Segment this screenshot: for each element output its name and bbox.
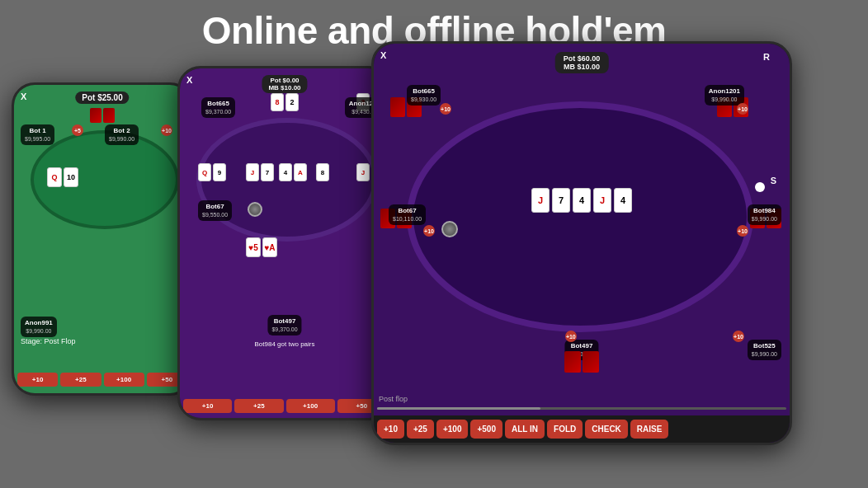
badge-bot497-right: +10 [565,331,577,342]
badge-bot984-right: +10 [737,225,748,237]
btn-500-right[interactable]: +500 [470,420,502,439]
close-button-left[interactable]: X [21,92,26,101]
player-anon991: Anon991 $9,990.00 [21,317,57,337]
player-bot1: Bot 1 $9,995.00 [21,124,54,145]
pot-label-right: Pot $60.00 MB $10.00 [555,52,609,73]
left-screen: X Pot $25.00 Bot 1 $9,995.00 +5 Bot 2 $9… [14,85,191,393]
top-cards-left [90,108,115,123]
progress-bar-right [377,407,786,410]
mid-message: Bot984 got two pairs [183,340,386,348]
badge-bot2: +10 [161,124,172,136]
player-anon1201-right: Anon1201 $9,990.00 [705,85,744,106]
bot497-cards: ♥5 ♥A [246,237,277,257]
btn-100-right[interactable]: +100 [436,420,469,439]
r-label: R [763,52,770,62]
stage-label: Stage: Post Flop [21,337,76,345]
pot-label-left: Pot $25.00 [75,92,129,104]
player-bot67-right: Bot67 $10,110.00 [389,204,426,225]
mid-cards-row3: 4 A [279,163,307,181]
bottom-cards [564,351,599,373]
s-label: S [771,176,776,185]
btn-allin-right[interactable]: ALL IN [505,420,545,439]
chip-bot67-right [441,221,458,237]
close-button-mid[interactable]: X [186,75,192,85]
btn-fold-right[interactable]: FOLD [547,420,583,439]
btn-10-left[interactable]: +10 [17,373,58,387]
btn-10-right[interactable]: +10 [377,420,404,439]
player-bot665-mid: Bot665 $9,370.00 [201,97,235,118]
community-card-2: 10 [64,167,78,187]
action-bar-right: +10 +25 +100 +500 ALL IN FOLD CHECK RAIS… [374,415,790,443]
community-card-1: Q [47,167,62,187]
left-phone: X Pot $25.00 Bot 1 $9,995.00 +5 Bot 2 $9… [12,82,193,396]
chip-bot67 [248,202,262,217]
btn-10-mid[interactable]: +10 [183,399,232,413]
btn-25-right[interactable]: +25 [407,420,434,439]
btn-25-mid[interactable]: +25 [234,399,283,413]
action-buttons-mid: +10 +25 +100 +50 [183,399,386,413]
player-bot2: Bot 2 $9,990.00 [105,124,139,145]
badge-bot1: +5 [72,124,83,136]
dealer-button [755,182,765,192]
close-button-right[interactable]: X [380,50,386,60]
pot-label-mid: Pot $0.00 MB $10.00 [262,75,307,93]
community-cards-right: J 7 4 J 4 [531,188,632,213]
badge-bot665-right: +10 [440,103,451,115]
table-right [407,101,753,332]
player-bot67-mid: Bot67 $9,550.00 [198,200,232,221]
btn-check-right[interactable]: CHECK [585,420,628,439]
mid-phone: X Pot $0.00 MB $10.00 8 2 3 6 Bot665 $9,… [177,66,392,420]
btn-100-left[interactable]: +100 [104,373,144,387]
card-back-1 [90,108,101,123]
mid-cards-row: Q 9 [198,163,226,181]
post-flop-label: Post flop [379,395,408,403]
btn-100-mid[interactable]: +100 [286,399,335,413]
player-bot525-right: Bot525 $9,990.00 [748,340,781,360]
progress-bar-fill [377,407,540,410]
btn-25-left[interactable]: +25 [60,373,101,387]
mid-cards-row4: 8 [316,163,329,181]
btn-raise-right[interactable]: RAISE [630,420,669,439]
right-phone: X R S Pot $60.00 MB $10.00 J 7 4 J 4 [371,41,792,445]
card-back-2 [103,108,115,123]
player-bot984-right: Bot984 $9,990.00 [748,204,781,225]
badge-anon1201-right: +10 [737,103,748,115]
mid-cards-row2: J 7 [246,163,274,181]
player-bot665-right: Bot665 $9,930.00 [407,85,441,106]
right-screen: X R S Pot $60.00 MB $10.00 J 7 4 J 4 [374,44,790,443]
action-buttons-left: +10 +25 +100 +50 [17,373,187,387]
comm-card-2: 2 [285,93,299,111]
comm-card-8: 8 [271,93,284,111]
badge-bot525-right: +10 [733,331,744,342]
badge-bot67-right: +10 [423,225,435,237]
mid-screen: X Pot $0.00 MB $10.00 8 2 3 6 Bot665 $9,… [180,68,389,418]
community-cards-mid-top: 8 2 [271,93,299,111]
player-bot497-mid: Bot497 $9,370.00 [267,315,301,336]
